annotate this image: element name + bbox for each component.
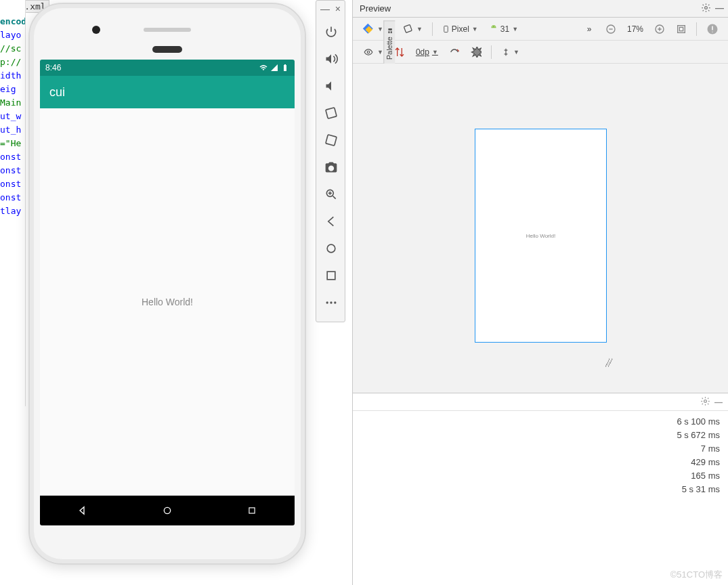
android-nav-bar — [40, 496, 295, 525]
screenshot-button[interactable] — [316, 154, 346, 181]
zoom-level[interactable]: 17% — [623, 20, 647, 38]
zoom-out-button[interactable] — [601, 20, 620, 38]
svg-rect-16 — [404, 24, 412, 32]
guidelines-dropdown[interactable]: ▼ — [497, 43, 523, 61]
overview-nav-button[interactable] — [316, 262, 346, 289]
android-app-bar: cui — [40, 76, 295, 108]
phone-frame: 8:46 cui Hello World! — [28, 3, 306, 565]
hide-panel-button[interactable]: — — [715, 3, 724, 15]
log-line: 7 ms — [361, 442, 720, 456]
log-line: 6 s 100 ms — [361, 415, 720, 429]
orientation-dropdown[interactable]: ▼ — [399, 20, 427, 38]
svg-rect-2 — [326, 108, 337, 118]
svg-point-13 — [705, 6, 708, 9]
svg-rect-6 — [327, 272, 335, 280]
blueprint-view[interactable]: Hello World! — [475, 129, 607, 343]
phone-camera-dot — [92, 26, 100, 34]
gear-icon[interactable] — [701, 3, 711, 15]
device-dropdown[interactable]: Pixel▼ — [438, 20, 482, 38]
log-header: — — [353, 393, 728, 411]
rotate-left-button[interactable] — [316, 100, 346, 127]
design-surface[interactable]: Hello World! ⫽ — [353, 64, 728, 393]
svg-point-7 — [326, 301, 328, 303]
svg-rect-17 — [444, 26, 448, 32]
toolbar-overflow[interactable]: » — [580, 20, 599, 38]
blueprint-hello-text[interactable]: Hello World! — [526, 233, 555, 239]
emulator-window: 8:46 cui Hello World! — [28, 3, 306, 571]
log-line: 165 ms — [361, 469, 720, 483]
warnings-button[interactable] — [702, 20, 723, 38]
build-log-panel: — 6 s 100 ms5 s 672 ms7 ms429 ms165 ms5 … — [352, 393, 728, 585]
gear-icon[interactable] — [700, 396, 710, 408]
wifi-icon — [259, 64, 267, 72]
signal-icon — [270, 64, 278, 72]
home-nav-button[interactable] — [316, 235, 346, 262]
palette-icon — [387, 26, 393, 35]
svg-rect-21 — [679, 27, 683, 30]
preview-toolbar-view: ▼ 0dp▼ ▼ — [353, 41, 728, 64]
hello-world-text: Hello World! — [142, 297, 193, 307]
nav-back-button[interactable] — [68, 496, 98, 525]
resize-handle-icon[interactable]: ⫽ — [602, 355, 616, 370]
svg-rect-3 — [326, 135, 337, 146]
log-content: 6 s 100 ms5 s 672 ms7 ms429 ms165 ms5 s … — [353, 411, 728, 500]
svg-rect-12 — [388, 28, 391, 30]
nav-home-button[interactable] — [152, 496, 182, 525]
volume-down-button[interactable] — [316, 72, 346, 100]
log-line: 429 ms — [361, 456, 720, 469]
code-editor-strip: encodlayo//scp://idtheigMainut_wut_h="He… — [0, 0, 26, 406]
nav-recents-button[interactable] — [237, 496, 267, 525]
app-content: Hello World! — [40, 108, 295, 496]
svg-rect-20 — [678, 25, 685, 32]
emulator-toolbar: — × — [316, 0, 345, 322]
svg-rect-1 — [249, 508, 255, 513]
infer-constraints-button[interactable] — [467, 43, 486, 61]
svg-point-5 — [327, 244, 335, 253]
log-line: 5 s 31 ms — [361, 483, 720, 496]
more-button[interactable] — [316, 289, 346, 316]
phone-speaker — [144, 28, 191, 32]
rotate-right-button[interactable] — [316, 127, 346, 154]
preview-header: Preview — — [353, 0, 728, 18]
power-button[interactable] — [316, 18, 346, 45]
emulator-minimize-button[interactable]: — — [320, 3, 330, 14]
svg-point-23 — [367, 51, 370, 53]
api-dropdown[interactable]: 31▼ — [485, 20, 522, 38]
watermark: ©51CTO博客 — [670, 569, 723, 581]
status-time: 8:46 — [45, 63, 61, 72]
battery-icon — [281, 64, 289, 72]
phone-home-pill — [152, 46, 182, 53]
volume-up-button[interactable] — [316, 45, 346, 72]
phone-screen: 8:46 cui Hello World! — [40, 60, 295, 525]
zoom-in-button[interactable] — [650, 20, 669, 38]
zoom-button[interactable] — [316, 181, 346, 208]
back-nav-button[interactable] — [316, 208, 346, 235]
zoom-fit-button[interactable] — [672, 20, 691, 38]
log-line: 5 s 672 ms — [361, 429, 720, 442]
app-title: cui — [49, 85, 65, 100]
hide-log-button[interactable]: — — [714, 397, 723, 407]
svg-point-0 — [164, 507, 170, 513]
svg-rect-11 — [391, 31, 392, 33]
preview-title: Preview — [360, 3, 391, 14]
preview-toolbar-device: ▼ ▼ Pixel▼ 31▼ » 17% — [353, 18, 728, 41]
palette-tab[interactable]: Palette — [383, 20, 395, 66]
clear-constraints-button[interactable] — [445, 43, 464, 61]
android-status-bar: 8:46 — [40, 60, 295, 76]
preview-panel: Palette Preview — ▼ ▼ Pixel▼ 31▼ » 17% ▼… — [352, 0, 728, 393]
default-margins-dropdown[interactable]: 0dp▼ — [412, 43, 442, 61]
svg-rect-10 — [388, 31, 389, 33]
svg-point-24 — [704, 399, 707, 402]
svg-point-9 — [334, 301, 336, 303]
svg-point-8 — [330, 301, 332, 303]
emulator-close-button[interactable]: × — [335, 3, 341, 14]
